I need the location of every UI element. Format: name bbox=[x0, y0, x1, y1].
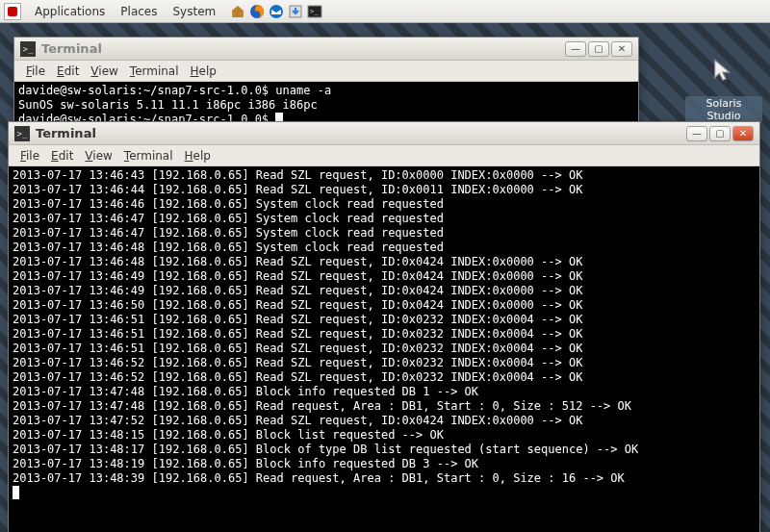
terminal-window-front: Terminal — ▢ ✕ FileEditViewTerminalHelp … bbox=[8, 121, 760, 532]
titlebar[interactable]: Terminal — ▢ ✕ bbox=[9, 122, 759, 145]
updater-icon[interactable] bbox=[287, 3, 304, 20]
launcher-icons: >_ bbox=[229, 3, 323, 20]
thunderbird-icon[interactable] bbox=[268, 3, 285, 20]
places-menu[interactable]: Places bbox=[113, 3, 165, 20]
maximize-button[interactable]: ▢ bbox=[588, 41, 609, 57]
applications-menu[interactable]: Applications bbox=[27, 3, 113, 20]
menubar: FileEditViewTerminalHelp bbox=[14, 61, 638, 82]
terminal-output[interactable]: 2013-07-17 13:46:43 [192.168.0.65] Read … bbox=[9, 166, 759, 532]
window-title: Terminal bbox=[36, 126, 686, 140]
menu-help[interactable]: Help bbox=[185, 63, 222, 80]
menu-view[interactable]: View bbox=[79, 147, 117, 165]
terminal-icon bbox=[14, 126, 30, 141]
top-panel: Applications Places System >_ bbox=[0, 0, 770, 23]
menu-view[interactable]: View bbox=[85, 63, 123, 80]
menu-file[interactable]: File bbox=[20, 63, 51, 80]
window-controls: — ▢ ✕ bbox=[686, 126, 754, 141]
terminal-icon bbox=[20, 41, 36, 57]
minimize-button[interactable]: — bbox=[565, 41, 586, 57]
close-button[interactable]: ✕ bbox=[732, 126, 754, 141]
menu-file[interactable]: File bbox=[14, 147, 45, 165]
menu-terminal[interactable]: Terminal bbox=[124, 63, 185, 80]
menu-terminal[interactable]: Terminal bbox=[118, 147, 179, 165]
home-icon[interactable] bbox=[229, 3, 246, 20]
firefox-icon[interactable] bbox=[248, 3, 266, 20]
minimize-button[interactable]: — bbox=[686, 126, 707, 141]
cursor-arrow-icon bbox=[701, 48, 747, 94]
close-button[interactable]: ✕ bbox=[611, 41, 632, 57]
maximize-button[interactable]: ▢ bbox=[709, 126, 731, 141]
terminal-window-back: Terminal — ▢ ✕ FileEditViewTerminalHelp … bbox=[13, 37, 639, 133]
desktop-icon-solaris-studio[interactable]: Solaris Studio bbox=[685, 48, 762, 123]
menu-help[interactable]: Help bbox=[179, 147, 217, 165]
menu-edit[interactable]: Edit bbox=[51, 63, 85, 80]
terminal-launcher-icon[interactable]: >_ bbox=[306, 3, 323, 20]
window-controls: — ▢ ✕ bbox=[565, 41, 632, 57]
system-menu[interactable]: System bbox=[165, 3, 223, 20]
menubar: FileEditViewTerminalHelp bbox=[9, 145, 759, 166]
titlebar[interactable]: Terminal — ▢ ✕ bbox=[14, 38, 638, 61]
oracle-logo-icon[interactable] bbox=[4, 3, 21, 20]
window-title: Terminal bbox=[41, 41, 565, 56]
desktop-icon-label: Solaris Studio bbox=[685, 96, 762, 123]
menu-edit[interactable]: Edit bbox=[45, 147, 79, 165]
svg-text:>_: >_ bbox=[310, 8, 319, 15]
